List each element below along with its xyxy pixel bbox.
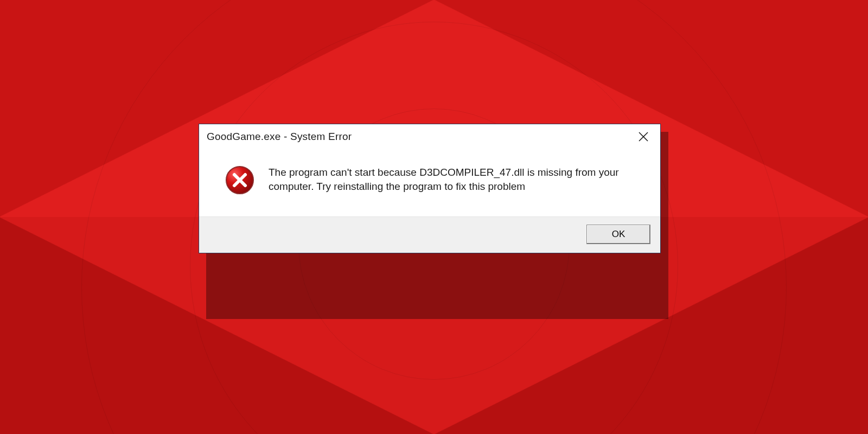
dialog-body: The program can't start because D3DCOMPI… — [199, 149, 660, 216]
titlebar[interactable]: GoodGame.exe - System Error — [199, 124, 660, 149]
dialog-title: GoodGame.exe - System Error — [207, 131, 352, 143]
error-icon — [225, 165, 254, 195]
error-dialog: GoodGame.exe - System Error The pro — [199, 124, 661, 253]
error-message: The program can't start because D3DCOMPI… — [269, 165, 637, 193]
close-button[interactable] — [631, 125, 656, 148]
close-icon — [639, 132, 648, 142]
dialog-footer: OK — [199, 216, 660, 253]
ok-button[interactable]: OK — [586, 225, 650, 244]
